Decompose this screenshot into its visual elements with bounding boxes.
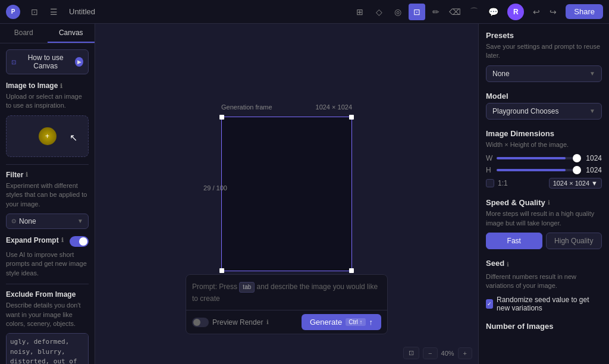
model-arrow-icon: ▼: [589, 108, 595, 114]
exclude-textarea[interactable]: ugly, deformed, noisy, blurry, distorted…: [6, 333, 89, 364]
fast-button[interactable]: Fast: [486, 233, 542, 249]
left-panel: Board Canvas ⊡ How to use Canvas ▶ Image…: [0, 24, 95, 364]
generate-kbd-hint: Ctrl ↑: [346, 318, 365, 326]
tab-board[interactable]: Board: [0, 24, 48, 43]
preview-render-label: Preview Render: [212, 318, 263, 327]
file-icon[interactable]: ⊡: [26, 4, 43, 20]
undo-button[interactable]: ↩: [529, 4, 544, 20]
model-value: Playground Chooses: [492, 107, 558, 115]
width-slider-fill: [497, 157, 566, 159]
speed-quality-title-row: Speed & Quality ℹ: [486, 198, 602, 207]
canvas-area: Generation frame 1024 × 1024 29 / 100 Pr…: [95, 24, 478, 364]
seed-info-icon[interactable]: ℹ: [507, 261, 509, 268]
generate-button[interactable]: Generate Ctrl ↑ ↑: [302, 314, 381, 330]
upload-plus-icon: +: [45, 132, 49, 140]
pen-tool[interactable]: ✏: [428, 4, 444, 20]
image-to-image-title: Image to Image ℹ: [6, 81, 89, 90]
canvas-btn-right-icon: ▶: [75, 57, 83, 67]
presets-value: None: [492, 70, 510, 78]
filter-arrow-icon: ▼: [77, 218, 83, 224]
zoom-out-button[interactable]: −: [423, 347, 437, 359]
expand-prompt-info-icon[interactable]: ℹ: [61, 237, 64, 243]
presets-section: Presets Save your settings and prompt to…: [486, 31, 602, 82]
avatar: R: [507, 4, 524, 20]
width-label: W: [486, 154, 493, 162]
generation-frame[interactable]: [221, 117, 352, 271]
filter-desc: Experiment with different styles that ca…: [6, 181, 89, 209]
presets-title: Presets: [486, 31, 602, 40]
randomize-seed-checkbox[interactable]: ✓: [486, 299, 493, 309]
eraser-tool[interactable]: ⌫: [447, 4, 463, 20]
canvas-btn-icon: ⊡: [11, 59, 16, 65]
expand-prompt-title: Expand Prompt ℹ: [6, 236, 64, 244]
panel-tabs: Board Canvas: [0, 24, 95, 43]
draw-tool[interactable]: ◎: [390, 4, 406, 20]
prompt-bottom: Preview Render ℹ Generate Ctrl ↑ ↑: [186, 310, 387, 334]
tab-canvas[interactable]: Canvas: [48, 24, 95, 43]
filter-select[interactable]: ⊙ None ▼: [6, 214, 89, 229]
seed-title-row: Seed ℹ: [486, 259, 602, 270]
frame-tool[interactable]: ⊞: [351, 4, 368, 20]
randomize-seed-label: Randomize seed value to get new variatio…: [497, 296, 602, 312]
comment-tool[interactable]: 💬: [485, 4, 501, 20]
seed-section: Seed ℹ Different numbers result in new v…: [486, 259, 602, 312]
expand-prompt-row: Expand Prompt ℹ: [6, 236, 89, 247]
prompt-input-area[interactable]: Prompt: Press tab and describe the image…: [186, 275, 387, 310]
filter-info-icon[interactable]: ℹ: [26, 171, 28, 178]
seed-title: Seed: [486, 259, 504, 268]
expand-prompt-toggle[interactable]: [70, 236, 89, 247]
shape-tool[interactable]: ⌒: [466, 4, 482, 20]
ratio-checkbox[interactable]: [486, 179, 494, 187]
share-button[interactable]: Share: [566, 4, 603, 19]
fit-button[interactable]: ⊡: [403, 347, 419, 359]
frame-corner-tr: [349, 115, 354, 120]
panel-toggle-icon[interactable]: ☰: [45, 4, 62, 20]
prompt-prefix: Prompt: Press: [192, 283, 239, 291]
model-select[interactable]: Playground Chooses ▼: [486, 103, 602, 120]
height-slider[interactable]: [497, 169, 577, 171]
topbar: P ⊡ ☰ Untitled ⊞ ◇ ◎ ⊡ ✏ ⌫ ⌒ 💬 R ↩ ↪ Sha…: [0, 0, 609, 24]
presets-desc: Save your settings and prompt to reuse l…: [486, 42, 602, 61]
ratio-value-select[interactable]: 1024 × 1024 ▼: [549, 178, 602, 189]
prompt-placeholder: Prompt: Press tab and describe the image…: [192, 283, 378, 303]
high-quality-button[interactable]: High Quality: [546, 233, 602, 249]
width-value: 1024: [581, 154, 602, 162]
image-to-image-info-icon[interactable]: ℹ: [60, 83, 62, 89]
ratio-label: 1:1: [498, 179, 508, 187]
height-value: 1024: [581, 166, 602, 174]
width-slider-thumb[interactable]: [573, 154, 581, 162]
height-slider-thumb[interactable]: [573, 166, 581, 174]
frame-corner-bl: [219, 268, 224, 273]
number-of-images-title: Number of Images: [486, 322, 602, 331]
image-tool[interactable]: ⊡: [409, 4, 425, 20]
divider-1: [6, 164, 89, 165]
width-slider[interactable]: [497, 157, 577, 159]
document-title: Untitled: [69, 7, 95, 16]
number-of-images-section: Number of Images: [486, 322, 602, 331]
speed-quality-info-icon[interactable]: ℹ: [548, 199, 550, 206]
preview-toggle-switch[interactable]: [192, 318, 209, 327]
main-layout: Board Canvas ⊡ How to use Canvas ▶ Image…: [0, 24, 609, 364]
prompt-key: tab: [239, 282, 255, 293]
image-upload-area[interactable]: + ↖: [6, 115, 89, 157]
logo[interactable]: P: [6, 5, 20, 19]
redo-button[interactable]: ↪: [545, 4, 561, 20]
select-tool[interactable]: ◇: [371, 4, 387, 20]
undo-redo-group: ↩ ↪: [529, 4, 561, 20]
height-row: H 1024: [486, 166, 602, 174]
zoom-in-button[interactable]: +: [458, 347, 472, 359]
height-slider-fill: [497, 169, 566, 171]
how-to-use-canvas-button[interactable]: ⊡ How to use Canvas ▶: [6, 49, 89, 74]
ratio-row: 1:1 1024 × 1024 ▼: [486, 178, 602, 189]
divider-2: [6, 284, 89, 284]
preview-render-info-icon[interactable]: ℹ: [266, 319, 269, 325]
frame-size: 1024 × 1024: [316, 103, 352, 111]
frame-corner-br: [349, 268, 354, 273]
prompt-panel: Prompt: Press tab and describe the image…: [186, 274, 388, 334]
right-panel: Presets Save your settings and prompt to…: [478, 24, 609, 364]
model-section: Model Playground Chooses ▼: [486, 92, 602, 120]
presets-select[interactable]: None ▼: [486, 65, 602, 82]
char-count: 29 / 100: [203, 184, 227, 192]
generate-arrow-icon: ↑: [369, 318, 373, 327]
preview-render-toggle[interactable]: Preview Render ℹ: [192, 318, 269, 327]
